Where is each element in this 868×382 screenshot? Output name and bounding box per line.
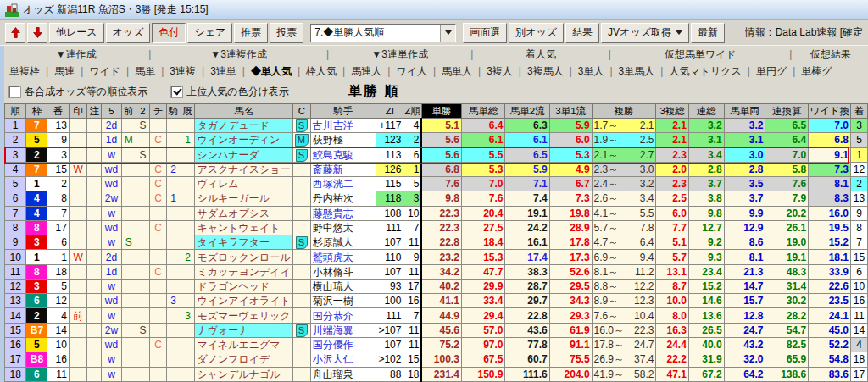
- toolbar-button-推票[interactable]: 推票: [234, 23, 268, 43]
- tab-group-▼連作成[interactable]: ▼連作成: [4, 47, 147, 62]
- tab-馬連人[interactable]: 馬連人: [346, 64, 387, 79]
- tab-人気マトリクス[interactable]: 人気マトリクス: [664, 64, 746, 79]
- col-header-f5[interactable]: 5: [102, 104, 122, 119]
- col-header-bt[interactable]: 馬単総: [461, 104, 505, 119]
- toolbar-button-オッズ[interactable]: オッズ: [106, 23, 151, 43]
- col-header-zi[interactable]: ZI: [376, 104, 403, 119]
- window-title: オッズ 新潟11R 魚沼S・3勝 [発走 15:15]: [23, 3, 209, 17]
- dropdown-arrow-button[interactable]: [440, 25, 455, 42]
- tab-ワイド[interactable]: ワイド: [84, 64, 125, 79]
- col-header-kyu[interactable]: 厩: [181, 104, 195, 119]
- col-header-rk[interactable]: 連換算: [765, 104, 809, 119]
- col-header-t1[interactable]: 3単1流: [549, 104, 592, 119]
- col-header-br[interactable]: 馬単両: [724, 104, 765, 119]
- cell-horse-number: 4: [47, 308, 69, 323]
- color-coding-checkbox[interactable]: [171, 86, 182, 97]
- cell-mark-chi: C: [150, 162, 167, 176]
- table-row[interactable]: 1424前w3モズマーヴェリック国分恭介111744.929.422.829.3…: [5, 308, 868, 323]
- rank-display-checkbox-label: 各合成オッズ等の順位表示: [25, 85, 147, 99]
- tab-group-▼3連単作成[interactable]: ▼3連単作成: [330, 47, 470, 62]
- tab-馬単人[interactable]: 馬単人: [437, 64, 477, 79]
- col-header-ki[interactable]: 騎: [166, 104, 181, 119]
- toolbar-button-別オッズ[interactable]: 別オッズ: [509, 23, 564, 43]
- tab-3連単[interactable]: 3連単: [205, 64, 242, 79]
- toolbar-button-投票[interactable]: 投票: [270, 23, 303, 43]
- cell-mark-f5: wd: [102, 294, 122, 308]
- table-row[interactable]: 15B7142wSナヴォーナS川端海翼>1071145.657.043.661.…: [5, 323, 868, 337]
- col-header-rank[interactable]: 順: [5, 104, 26, 119]
- cell-zi: 93: [376, 279, 403, 293]
- toolbar-button-画面選[interactable]: 画面選: [463, 23, 507, 43]
- col-header-fuku[interactable]: 複勝: [592, 104, 656, 119]
- table-row[interactable]: 17132dSタガノデュードS古川吉洋+11745.16.46.35.91.7～…: [5, 119, 868, 133]
- tab-ワイ人[interactable]: ワイ人: [391, 64, 432, 79]
- toolbar-button-JVオッズ取得[interactable]: JVオッズ取得: [601, 23, 689, 43]
- col-header-chi[interactable]: チ: [150, 104, 167, 119]
- col-header-chu[interactable]: 注: [87, 104, 102, 119]
- tab-group-着人気[interactable]: 着人気: [474, 47, 607, 62]
- up-arrow-button[interactable]: [5, 23, 25, 43]
- tab-3単人[interactable]: 3単人: [573, 64, 609, 79]
- toolbar-button-他レース[interactable]: 他レース: [49, 23, 104, 43]
- tab-3単馬人[interactable]: 3単馬人: [614, 64, 660, 79]
- tab-3連複[interactable]: 3連複: [164, 64, 201, 79]
- table-row[interactable]: 8817wdCキャントウェイト野中悠太111722.327.524.228.95…: [5, 220, 868, 235]
- table-row[interactable]: 512wdCヴィレム西塚洸二11557.67.07.16.72.4～3.22.3…: [5, 177, 868, 191]
- tab-馬単[interactable]: 馬単: [130, 64, 160, 79]
- cell-mark-f5: 2d: [102, 250, 122, 264]
- tab-group-row: ▼連作成|▼3連複作成|▼3連単作成|着人気|仮想馬単ワイド|仮想結果: [0, 46, 868, 63]
- down-arrow-icon: [33, 27, 42, 38]
- col-header-wd[interactable]: ワイド換: [809, 104, 851, 119]
- cell-sf: 24.4: [656, 337, 688, 352]
- col-header-tan[interactable]: 単勝: [421, 104, 461, 119]
- tab-group-▼3連複作成[interactable]: ▼3連複作成: [152, 47, 326, 62]
- col-header-chaku[interactable]: 着: [851, 104, 868, 119]
- col-header-sf[interactable]: 3複総: [656, 104, 688, 119]
- cell-mark-mae: [121, 279, 136, 293]
- tab-単円グ[interactable]: 単円グ: [751, 64, 792, 79]
- tab-単棒グ[interactable]: 単棒グ: [796, 64, 837, 79]
- col-header-num[interactable]: 番: [47, 104, 69, 119]
- cell-bt: 7.0: [461, 177, 505, 191]
- tab-◆単人気[interactable]: ◆単人気: [246, 64, 297, 79]
- table-row[interactable]: 18611wシャンデルナゴル舟山瑠泉8818231.4150.9111.6204…: [5, 367, 868, 381]
- toolbar-button-シェア[interactable]: シェア: [187, 23, 232, 43]
- down-arrow-button[interactable]: [27, 23, 47, 43]
- cell-mark-kyu: [181, 235, 195, 250]
- col-header-rt[interactable]: 連総: [688, 104, 724, 119]
- col-header-jockey[interactable]: 騎手: [310, 104, 376, 119]
- toolbar-button-最新[interactable]: 最新: [691, 23, 725, 43]
- col-header-f2[interactable]: 2: [136, 104, 150, 119]
- table-row[interactable]: 1011W2d2モズロックンロール鷲頭虎太110923.215.317.417.…: [5, 250, 868, 264]
- col-header-zo[interactable]: Z順: [403, 104, 422, 119]
- table-row[interactable]: 323wSシンハナーダS鮫島克駿11365.65.56.55.32.1～2.72…: [5, 147, 868, 162]
- table-row[interactable]: 4715WwdC2アスクナイスショー斎藤新12616.85.35.94.92.3…: [5, 162, 868, 176]
- table-row[interactable]: 17B816wダノンフロイデ小沢大仁>10215100.367.560.775.…: [5, 352, 868, 367]
- cell-fuku: 8.1～11.2: [592, 264, 656, 279]
- rank-display-checkbox[interactable]: [9, 86, 20, 97]
- tab-3複馬人[interactable]: 3複馬人: [522, 64, 569, 79]
- col-header-waku[interactable]: 枠: [26, 104, 47, 119]
- col-header-c[interactable]: C: [292, 104, 310, 119]
- tab-馬連[interactable]: 馬連: [49, 64, 80, 79]
- col-header-b2[interactable]: 馬単2流: [505, 104, 549, 119]
- table-row[interactable]: 6482wC1シルキーガール丹内祐次11839.87.67.47.32.6～3.…: [5, 191, 868, 206]
- table-row[interactable]: 2591dMC1ウインオーディンM荻野極12325.66.16.16.01.9～…: [5, 133, 868, 147]
- view-select[interactable]: 7:◆単勝人気順: [310, 24, 456, 42]
- table-row[interactable]: 118181dCミカッテヨンデイイ小林脩斗1071134.247.738.352…: [5, 264, 868, 279]
- toolbar-button-色付[interactable]: 色付: [152, 23, 186, 43]
- tab-枠人気[interactable]: 枠人気: [301, 64, 342, 79]
- col-header-in[interactable]: 印: [69, 104, 87, 119]
- col-header-horse[interactable]: 馬名: [195, 104, 293, 119]
- table-row[interactable]: 936wSタイキラフターS杉原誠人1071122.818.416.117.84.…: [5, 235, 868, 250]
- tab-3複人[interactable]: 3複人: [481, 64, 518, 79]
- col-header-mae[interactable]: 前: [121, 104, 136, 119]
- tab-group-仮想馬単ワイド[interactable]: 仮想馬単ワイド: [612, 47, 789, 62]
- table-row[interactable]: 13612wd3ウインアイオライト菊沢一樹1001641.133.429.734…: [5, 294, 868, 308]
- table-row[interactable]: 1235wドラゴンヘッド横山琉人931740.229.928.729.58.8～…: [5, 279, 868, 293]
- tab-単複枠[interactable]: 単複枠: [4, 64, 45, 79]
- table-row[interactable]: 16510wdCマイネルエニグマ国分優作1071175.297.077.891.…: [5, 337, 868, 352]
- tab-group-仮想結果[interactable]: 仮想結果: [793, 47, 868, 62]
- toolbar-button-結果[interactable]: 結果: [565, 23, 599, 43]
- table-row[interactable]: 747wサダムオプシス藤懸貴志1081022.320.419.119.84.1～…: [5, 206, 868, 220]
